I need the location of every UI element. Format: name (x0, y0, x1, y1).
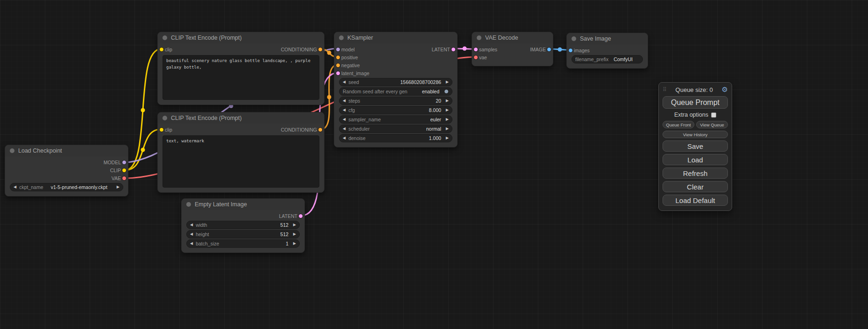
extra-options-label: Extra options (674, 112, 708, 118)
image-output-port[interactable] (547, 47, 551, 52)
latent-output-port[interactable] (298, 214, 303, 218)
collapse-dot[interactable] (339, 35, 344, 40)
menu-header: ⠿ Queue size: 0 ⚙ (663, 85, 728, 94)
node-title-label: VAE Decode (485, 35, 518, 41)
clip-input-port[interactable] (159, 127, 164, 132)
extra-options-row: Extra options (663, 111, 728, 119)
node-title-bar[interactable]: VAE Decode (472, 32, 553, 43)
node-title-bar[interactable]: Load Checkpoint (5, 145, 128, 156)
save-button[interactable]: Save (663, 140, 728, 152)
collapse-dot[interactable] (186, 202, 191, 207)
increment-arrow-icon[interactable]: ▶ (293, 242, 296, 245)
collapse-dot[interactable] (477, 35, 481, 40)
clear-button[interactable]: Clear (663, 181, 728, 192)
queue-front-button[interactable]: Queue Front (663, 121, 694, 128)
load-button[interactable]: Load (663, 154, 728, 165)
drag-handle-icon[interactable]: ⠿ (663, 86, 667, 93)
widget-denoise[interactable]: ◀ denoise 1.000 ▶ (339, 134, 452, 142)
prompt-textarea[interactable]: text, watermark (162, 135, 319, 188)
decrement-arrow-icon[interactable]: ◀ (343, 127, 346, 131)
decrement-arrow-icon[interactable]: ◀ (343, 80, 346, 84)
input-slot-latent-image: latent_image (334, 69, 457, 77)
widget-sampler-name[interactable]: ◀ sampler_name euler ▶ (339, 115, 452, 124)
graph-canvas[interactable]: { "icons": { "arrow_left": "◀", "arrow_r… (0, 0, 868, 329)
refresh-button[interactable]: Refresh (663, 168, 728, 179)
vae-output-port[interactable] (122, 176, 127, 181)
node-clip-text-encode-positive[interactable]: CLIP Text Encode (Prompt) clip CONDITION… (157, 32, 325, 105)
collapse-dot[interactable] (162, 116, 167, 120)
widget-seed[interactable]: ◀ seed 156680208700286 ▶ (339, 78, 452, 86)
view-history-button[interactable]: View History (663, 131, 728, 138)
model-input-port[interactable] (336, 47, 340, 52)
latent-output-port[interactable] (451, 47, 456, 52)
widget-value: normal (426, 126, 441, 132)
node-load-checkpoint[interactable]: Load Checkpoint MODEL CLIP VAE ◀ ckpt_na… (5, 145, 128, 196)
decrement-arrow-icon[interactable]: ◀ (343, 136, 346, 140)
widget-label: height (196, 231, 277, 237)
node-ksampler[interactable]: KSampler model LATENT positive negative … (334, 32, 458, 147)
node-title-bar[interactable]: Empty Latent Image (182, 199, 304, 210)
slot-label: vae (479, 55, 487, 60)
decrement-arrow-icon[interactable]: ◀ (190, 242, 193, 245)
model-output-port[interactable] (122, 160, 127, 165)
latent-image-input-port[interactable] (336, 71, 340, 76)
slot-row: clip CONDITIONING (158, 126, 324, 133)
decrement-arrow-icon[interactable]: ◀ (14, 185, 16, 189)
node-body: images filename_prefix ComfyUI (567, 44, 648, 68)
widget-value: 8.000 (429, 107, 441, 113)
increment-arrow-icon[interactable]: ▶ (446, 108, 449, 112)
queue-prompt-button[interactable]: Queue Prompt (663, 96, 728, 109)
images-input-port[interactable] (568, 48, 573, 53)
decrement-arrow-icon[interactable]: ◀ (343, 99, 346, 103)
collapse-dot[interactable] (10, 148, 14, 153)
negative-input-port[interactable] (336, 63, 340, 68)
widget-cfg[interactable]: ◀ cfg 8.000 ▶ (339, 106, 452, 114)
increment-arrow-icon[interactable]: ▶ (293, 223, 296, 227)
decrement-arrow-icon[interactable]: ◀ (343, 118, 346, 121)
conditioning-output-port[interactable] (318, 47, 323, 52)
increment-arrow-icon[interactable]: ▶ (117, 185, 120, 189)
node-clip-text-encode-negative[interactable]: CLIP Text Encode (Prompt) clip CONDITION… (157, 112, 325, 193)
node-title-bar[interactable]: CLIP Text Encode (Prompt) (158, 32, 324, 43)
slot-label: positive (341, 55, 358, 60)
decrement-arrow-icon[interactable]: ◀ (343, 108, 346, 112)
positive-input-port[interactable] (336, 55, 340, 60)
link-midpoint-dot (141, 148, 145, 152)
increment-arrow-icon[interactable]: ▶ (446, 118, 449, 121)
decrement-arrow-icon[interactable]: ◀ (190, 232, 193, 236)
toggle-dot-icon[interactable] (444, 89, 449, 94)
increment-arrow-icon[interactable]: ▶ (293, 232, 296, 236)
extra-options-checkbox[interactable] (711, 112, 716, 118)
increment-arrow-icon[interactable]: ▶ (446, 80, 449, 84)
node-vae-decode[interactable]: VAE Decode samples IMAGE vae (472, 32, 553, 66)
widget-scheduler[interactable]: ◀ scheduler normal ▶ (339, 125, 452, 133)
increment-arrow-icon[interactable]: ▶ (446, 136, 449, 140)
prompt-textarea[interactable]: beautiful scenery nature glass bottle la… (162, 55, 319, 100)
node-title-bar[interactable]: CLIP Text Encode (Prompt) (158, 112, 324, 124)
widget-width[interactable]: ◀ width 512 ▶ (186, 221, 300, 229)
decrement-arrow-icon[interactable]: ◀ (190, 223, 193, 227)
node-empty-latent-image[interactable]: Empty Latent Image LATENT ◀ width 512 ▶ … (181, 198, 305, 253)
slot-label: VAE (112, 175, 121, 181)
settings-gear-icon[interactable]: ⚙ (722, 85, 728, 94)
widget-steps[interactable]: ◀ steps 20 ▶ (339, 97, 452, 105)
load-default-button[interactable]: Load Default (663, 195, 728, 206)
clip-output-port[interactable] (122, 168, 127, 173)
node-save-image[interactable]: Save Image images filename_prefix ComfyU… (566, 33, 648, 69)
clip-input-port[interactable] (159, 47, 164, 52)
node-title-bar[interactable]: Save Image (567, 33, 648, 44)
widget-filename-prefix[interactable]: filename_prefix ComfyUI (572, 55, 643, 63)
collapse-dot[interactable] (162, 35, 167, 40)
widget-height[interactable]: ◀ height 512 ▶ (186, 230, 300, 238)
widget-ckpt-name[interactable]: ◀ ckpt_name v1-5-pruned-emaonly.ckpt ▶ (10, 183, 123, 191)
samples-input-port[interactable] (473, 47, 478, 52)
conditioning-output-port[interactable] (318, 127, 323, 132)
widget-batch-size[interactable]: ◀ batch_size 1 ▶ (186, 239, 300, 248)
vae-input-port[interactable] (473, 55, 478, 60)
node-title-bar[interactable]: KSampler (334, 32, 457, 43)
collapse-dot[interactable] (572, 36, 576, 41)
view-queue-button[interactable]: View Queue (696, 121, 728, 128)
increment-arrow-icon[interactable]: ▶ (446, 127, 449, 131)
widget-random-seed-toggle[interactable]: Random seed after every gen enabled (339, 87, 452, 96)
increment-arrow-icon[interactable]: ▶ (446, 99, 449, 103)
